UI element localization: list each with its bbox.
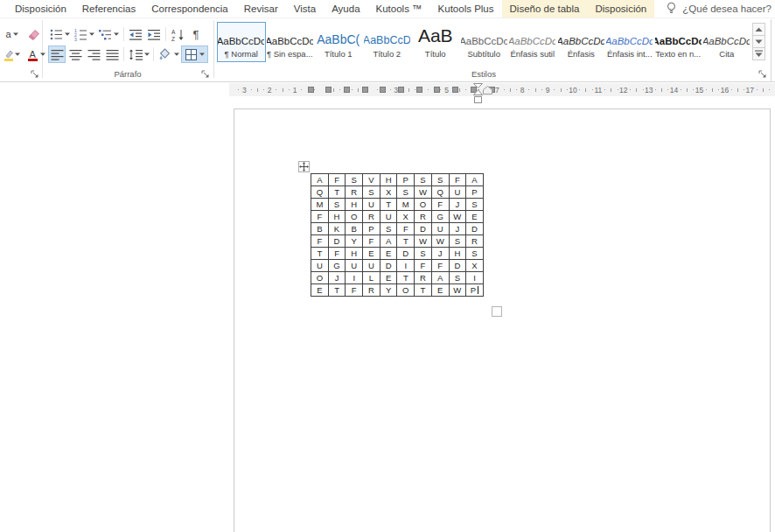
grid-cell[interactable]: S xyxy=(431,174,449,186)
grid-cell[interactable]: P xyxy=(466,284,484,297)
grid-cell[interactable]: A xyxy=(380,235,397,248)
grid-cell[interactable]: F xyxy=(311,211,329,223)
table-move-handle[interactable] xyxy=(298,161,310,172)
grid-cell[interactable]: U xyxy=(311,260,329,272)
grid-cell[interactable]: Y xyxy=(346,235,363,248)
grid-cell[interactable]: E xyxy=(380,248,397,260)
style-texto-en-n[interactable]: AaBbCcDcTexto en n... xyxy=(654,22,703,62)
grid-cell[interactable]: D xyxy=(380,260,397,272)
hanging-indent-marker[interactable] xyxy=(473,89,483,95)
tab-4-vista[interactable]: Vista xyxy=(286,0,324,18)
style-sin-espa[interactable]: AaBbCcDc¶ Sin espa... xyxy=(266,22,315,62)
table-column-marker[interactable] xyxy=(434,87,440,93)
grid-cell[interactable]: E xyxy=(311,284,329,297)
grid-cell[interactable]: S xyxy=(363,186,381,199)
grid-cell[interactable]: W xyxy=(415,186,432,199)
grid-cell[interactable]: S xyxy=(415,174,432,186)
grid-cell[interactable]: O xyxy=(415,199,432,211)
grid-cell[interactable]: V xyxy=(363,174,381,186)
grid-cell[interactable]: R xyxy=(415,272,432,284)
grid-cell[interactable]: G xyxy=(328,260,346,272)
grid-cell[interactable]: D xyxy=(449,260,466,272)
grid-cell[interactable]: Q xyxy=(311,186,329,199)
style-enfasis[interactable]: AaBbCcDcÉnfasis xyxy=(557,22,606,62)
table-column-marker[interactable] xyxy=(308,87,314,93)
grid-cell[interactable]: X xyxy=(380,186,397,199)
numbering-button[interactable]: 123 xyxy=(73,25,96,43)
tab-0-disposicion[interactable]: Disposición xyxy=(7,0,74,18)
grid-cell[interactable]: F xyxy=(311,235,329,248)
grid-cell[interactable]: R xyxy=(363,211,381,223)
grid-cell[interactable]: E xyxy=(363,248,381,260)
grid-cell[interactable]: B xyxy=(346,223,363,235)
styles-more-button[interactable] xyxy=(752,47,765,60)
grid-cell[interactable]: D xyxy=(466,223,484,235)
grid-cell[interactable]: A xyxy=(311,174,329,186)
style-normal[interactable]: AaBbCcDc¶ Normal xyxy=(217,22,266,62)
grid-cell[interactable]: T xyxy=(311,248,329,260)
borders-button[interactable] xyxy=(181,46,208,63)
shading-button[interactable] xyxy=(157,46,180,63)
grid-cell[interactable]: U xyxy=(431,223,449,235)
grid-cell[interactable]: S xyxy=(449,235,466,248)
grid-cell[interactable]: W xyxy=(449,284,466,297)
style-subtitulo[interactable]: AaBbCcDcSubtítulo xyxy=(460,22,509,62)
line-spacing-button[interactable] xyxy=(127,46,150,63)
document-page[interactable] xyxy=(234,108,771,532)
grid-cell[interactable]: F xyxy=(346,284,363,297)
grid-cell[interactable]: S xyxy=(466,199,484,211)
grid-cell[interactable]: T xyxy=(328,284,346,297)
grid-cell[interactable]: T xyxy=(380,199,397,211)
grid-cell[interactable]: F xyxy=(363,235,381,248)
tell-me[interactable]: ¿Qué desea hacer? xyxy=(667,0,772,18)
tab-8-diseno-de-tabla[interactable]: Diseño de tabla xyxy=(502,0,588,18)
grid-cell[interactable]: Y xyxy=(380,284,397,297)
grid-cell[interactable]: E xyxy=(380,272,397,284)
paragraph-dialog-launcher[interactable] xyxy=(200,69,210,79)
grid-cell[interactable]: J xyxy=(431,248,449,260)
grid-cell[interactable]: R xyxy=(415,211,432,223)
grid-cell[interactable]: F xyxy=(328,248,346,260)
grid-cell[interactable]: P xyxy=(363,223,381,235)
grid-cell[interactable]: G xyxy=(431,211,449,223)
grid-cell[interactable]: O xyxy=(346,211,363,223)
grid-cell[interactable]: S xyxy=(380,223,397,235)
grid-cell[interactable]: J xyxy=(449,199,466,211)
grid-cell[interactable]: S xyxy=(397,186,415,199)
table-resize-handle[interactable] xyxy=(492,306,502,317)
align-center-button[interactable] xyxy=(66,46,84,63)
grid-cell[interactable]: S xyxy=(449,272,466,284)
grid-cell[interactable]: I xyxy=(346,272,363,284)
grid-cell[interactable]: E xyxy=(431,284,449,297)
grid-cell[interactable]: T xyxy=(397,272,415,284)
grid-cell[interactable]: F xyxy=(431,260,449,272)
grid-cell[interactable]: F xyxy=(328,174,346,186)
styles-dialog-launcher[interactable] xyxy=(758,69,767,79)
tab-7-kutools-plus[interactable]: Kutools Plus xyxy=(430,0,502,18)
grid-cell[interactable]: H xyxy=(346,199,363,211)
justify-button[interactable] xyxy=(103,46,121,63)
style-cita[interactable]: AaBbCcDcCita xyxy=(702,22,751,62)
first-line-indent-marker[interactable] xyxy=(473,83,483,88)
tab-1-referencias[interactable]: Referencias xyxy=(74,0,143,18)
right-indent-marker[interactable] xyxy=(483,86,492,94)
bullets-button[interactable] xyxy=(48,25,72,43)
change-case-button[interactable]: a xyxy=(0,25,24,43)
grid-cell[interactable]: O xyxy=(311,272,329,284)
grid-cell[interactable]: R xyxy=(466,235,484,248)
style-enfasis-sutil[interactable]: AaBbCcDcÉnfasis sutil xyxy=(508,22,557,62)
grid-cell[interactable]: A xyxy=(466,174,484,186)
grid-cell[interactable]: S xyxy=(346,174,363,186)
grid-cell[interactable]: R xyxy=(363,284,381,297)
grid-cell[interactable]: A xyxy=(431,272,449,284)
tab-5-ayuda[interactable]: Ayuda xyxy=(324,0,367,18)
grid-cell[interactable]: F xyxy=(397,223,415,235)
grid-cell[interactable]: F xyxy=(431,199,449,211)
grid-cell[interactable]: B xyxy=(311,223,329,235)
styles-scroll-down-button[interactable] xyxy=(752,35,765,48)
grid-cell[interactable]: U xyxy=(363,260,381,272)
grid-cell[interactable]: P xyxy=(397,174,415,186)
grid-cell[interactable]: S xyxy=(415,248,432,260)
grid-cell[interactable]: U xyxy=(380,211,397,223)
tab-2-correspondencia[interactable]: Correspondencia xyxy=(143,0,236,18)
